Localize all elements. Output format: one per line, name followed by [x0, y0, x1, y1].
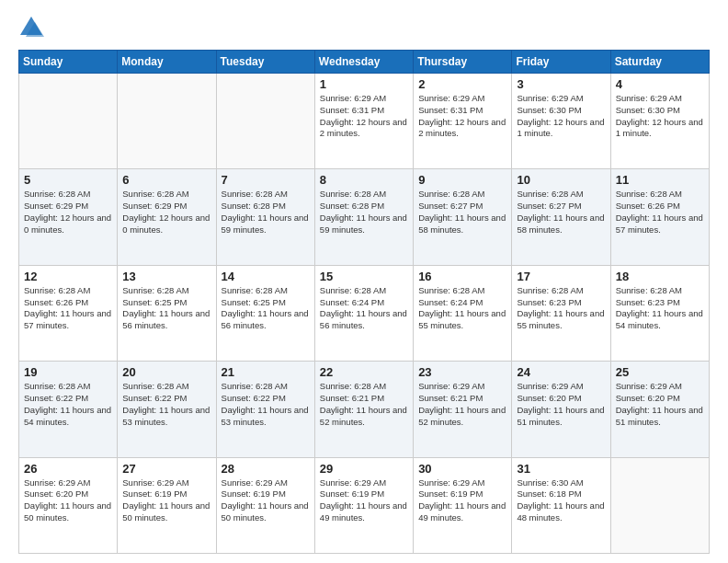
day-info: Sunrise: 6:29 AM Sunset: 6:19 PM Dayligh… — [418, 477, 506, 524]
day-number: 3 — [517, 77, 605, 91]
day-number: 30 — [418, 462, 506, 476]
weekday-header-friday: Friday — [512, 51, 610, 74]
day-number: 8 — [320, 173, 408, 187]
weekday-header-wednesday: Wednesday — [314, 51, 413, 74]
day-info: Sunrise: 6:29 AM Sunset: 6:30 PM Dayligh… — [616, 93, 704, 140]
calendar-cell: 7Sunrise: 6:28 AM Sunset: 6:28 PM Daylig… — [216, 169, 314, 265]
calendar-cell: 20Sunrise: 6:28 AM Sunset: 6:22 PM Dayli… — [118, 362, 216, 457]
day-info: Sunrise: 6:28 AM Sunset: 6:29 PM Dayligh… — [24, 189, 112, 236]
day-info: Sunrise: 6:29 AM Sunset: 6:19 PM Dayligh… — [320, 477, 408, 524]
calendar-cell — [610, 457, 709, 553]
calendar-cell: 15Sunrise: 6:28 AM Sunset: 6:24 PM Dayli… — [314, 265, 413, 361]
day-number: 10 — [517, 173, 605, 187]
calendar-cell: 27Sunrise: 6:29 AM Sunset: 6:19 PM Dayli… — [118, 457, 216, 553]
calendar-cell: 6Sunrise: 6:28 AM Sunset: 6:29 PM Daylig… — [118, 169, 216, 265]
day-info: Sunrise: 6:28 AM Sunset: 6:26 PM Dayligh… — [616, 189, 704, 236]
day-number: 29 — [320, 462, 408, 476]
day-number: 22 — [320, 365, 408, 379]
calendar-cell: 11Sunrise: 6:28 AM Sunset: 6:26 PM Dayli… — [610, 169, 709, 265]
day-number: 20 — [122, 365, 210, 379]
weekday-header-monday: Monday — [118, 51, 216, 74]
calendar-cell: 31Sunrise: 6:30 AM Sunset: 6:18 PM Dayli… — [512, 457, 610, 553]
calendar-cell: 12Sunrise: 6:28 AM Sunset: 6:26 PM Dayli… — [19, 265, 118, 361]
calendar-cell: 22Sunrise: 6:28 AM Sunset: 6:21 PM Dayli… — [314, 362, 413, 457]
day-number: 4 — [616, 77, 704, 91]
day-info: Sunrise: 6:29 AM Sunset: 6:31 PM Dayligh… — [320, 93, 408, 140]
day-info: Sunrise: 6:28 AM Sunset: 6:25 PM Dayligh… — [222, 285, 310, 332]
day-number: 28 — [222, 462, 310, 476]
day-info: Sunrise: 6:29 AM Sunset: 6:20 PM Dayligh… — [616, 381, 704, 428]
day-number: 25 — [616, 365, 704, 379]
day-info: Sunrise: 6:28 AM Sunset: 6:29 PM Dayligh… — [122, 189, 210, 236]
day-number: 19 — [24, 365, 112, 379]
day-info: Sunrise: 6:28 AM Sunset: 6:26 PM Dayligh… — [24, 285, 112, 332]
calendar-cell: 16Sunrise: 6:28 AM Sunset: 6:24 PM Dayli… — [414, 265, 512, 361]
week-row-4: 19Sunrise: 6:28 AM Sunset: 6:22 PM Dayli… — [19, 362, 710, 457]
calendar-cell: 29Sunrise: 6:29 AM Sunset: 6:19 PM Dayli… — [314, 457, 413, 553]
day-info: Sunrise: 6:29 AM Sunset: 6:20 PM Dayligh… — [24, 477, 112, 524]
day-info: Sunrise: 6:29 AM Sunset: 6:20 PM Dayligh… — [517, 381, 605, 428]
calendar-cell: 19Sunrise: 6:28 AM Sunset: 6:22 PM Dayli… — [19, 362, 118, 457]
calendar-table: SundayMondayTuesdayWednesdayThursdayFrid… — [18, 50, 710, 554]
calendar-cell — [118, 74, 216, 169]
day-number: 16 — [418, 270, 506, 283]
calendar-cell: 21Sunrise: 6:28 AM Sunset: 6:22 PM Dayli… — [216, 362, 314, 457]
weekday-header-thursday: Thursday — [414, 51, 512, 74]
logo — [18, 15, 48, 40]
day-number: 18 — [616, 270, 704, 283]
calendar-cell: 24Sunrise: 6:29 AM Sunset: 6:20 PM Dayli… — [512, 362, 610, 457]
day-number: 11 — [616, 173, 704, 187]
day-info: Sunrise: 6:29 AM Sunset: 6:21 PM Dayligh… — [418, 381, 506, 428]
day-number: 17 — [517, 270, 605, 283]
day-info: Sunrise: 6:28 AM Sunset: 6:24 PM Dayligh… — [418, 285, 506, 332]
calendar-cell: 1Sunrise: 6:29 AM Sunset: 6:31 PM Daylig… — [314, 74, 413, 169]
calendar-cell: 26Sunrise: 6:29 AM Sunset: 6:20 PM Dayli… — [19, 457, 118, 553]
calendar-cell: 25Sunrise: 6:29 AM Sunset: 6:20 PM Dayli… — [610, 362, 709, 457]
day-number: 14 — [222, 270, 310, 283]
day-number: 21 — [222, 365, 310, 379]
day-info: Sunrise: 6:29 AM Sunset: 6:31 PM Dayligh… — [418, 93, 506, 140]
calendar-cell: 18Sunrise: 6:28 AM Sunset: 6:23 PM Dayli… — [610, 265, 709, 361]
calendar-cell: 8Sunrise: 6:28 AM Sunset: 6:28 PM Daylig… — [314, 169, 413, 265]
day-number: 15 — [320, 270, 408, 283]
calendar-cell: 4Sunrise: 6:29 AM Sunset: 6:30 PM Daylig… — [610, 74, 709, 169]
day-number: 12 — [24, 270, 112, 283]
weekday-header-tuesday: Tuesday — [216, 51, 314, 74]
calendar-cell: 9Sunrise: 6:28 AM Sunset: 6:27 PM Daylig… — [414, 169, 512, 265]
day-info: Sunrise: 6:29 AM Sunset: 6:19 PM Dayligh… — [122, 477, 210, 524]
week-row-3: 12Sunrise: 6:28 AM Sunset: 6:26 PM Dayli… — [19, 265, 710, 361]
day-number: 27 — [122, 462, 210, 476]
day-info: Sunrise: 6:28 AM Sunset: 6:22 PM Dayligh… — [122, 381, 210, 428]
day-info: Sunrise: 6:28 AM Sunset: 6:27 PM Dayligh… — [517, 189, 605, 236]
calendar-cell: 10Sunrise: 6:28 AM Sunset: 6:27 PM Dayli… — [512, 169, 610, 265]
day-info: Sunrise: 6:28 AM Sunset: 6:22 PM Dayligh… — [24, 381, 112, 428]
calendar-cell: 14Sunrise: 6:28 AM Sunset: 6:25 PM Dayli… — [216, 265, 314, 361]
calendar-cell: 5Sunrise: 6:28 AM Sunset: 6:29 PM Daylig… — [19, 169, 118, 265]
calendar-cell: 28Sunrise: 6:29 AM Sunset: 6:19 PM Dayli… — [216, 457, 314, 553]
calendar-cell — [19, 74, 118, 169]
weekday-header-row: SundayMondayTuesdayWednesdayThursdayFrid… — [19, 51, 710, 74]
calendar-cell: 17Sunrise: 6:28 AM Sunset: 6:23 PM Dayli… — [512, 265, 610, 361]
day-number: 9 — [418, 173, 506, 187]
week-row-1: 1Sunrise: 6:29 AM Sunset: 6:31 PM Daylig… — [19, 74, 710, 169]
calendar-cell: 3Sunrise: 6:29 AM Sunset: 6:30 PM Daylig… — [512, 74, 610, 169]
day-info: Sunrise: 6:29 AM Sunset: 6:19 PM Dayligh… — [222, 477, 310, 524]
day-info: Sunrise: 6:28 AM Sunset: 6:23 PM Dayligh… — [616, 285, 704, 332]
day-number: 24 — [517, 365, 605, 379]
day-number: 1 — [320, 77, 408, 91]
page: SundayMondayTuesdayWednesdayThursdayFrid… — [0, 0, 728, 563]
day-info: Sunrise: 6:29 AM Sunset: 6:30 PM Dayligh… — [517, 93, 605, 140]
weekday-header-saturday: Saturday — [610, 51, 709, 74]
day-info: Sunrise: 6:28 AM Sunset: 6:28 PM Dayligh… — [222, 189, 310, 236]
calendar-cell: 13Sunrise: 6:28 AM Sunset: 6:25 PM Dayli… — [118, 265, 216, 361]
day-number: 26 — [24, 462, 112, 476]
day-number: 5 — [24, 173, 112, 187]
day-number: 6 — [122, 173, 210, 187]
day-number: 2 — [418, 77, 506, 91]
day-number: 7 — [222, 173, 310, 187]
day-number: 23 — [418, 365, 506, 379]
day-info: Sunrise: 6:30 AM Sunset: 6:18 PM Dayligh… — [517, 477, 605, 524]
day-info: Sunrise: 6:28 AM Sunset: 6:23 PM Dayligh… — [517, 285, 605, 332]
header — [18, 15, 710, 40]
calendar-cell: 30Sunrise: 6:29 AM Sunset: 6:19 PM Dayli… — [414, 457, 512, 553]
